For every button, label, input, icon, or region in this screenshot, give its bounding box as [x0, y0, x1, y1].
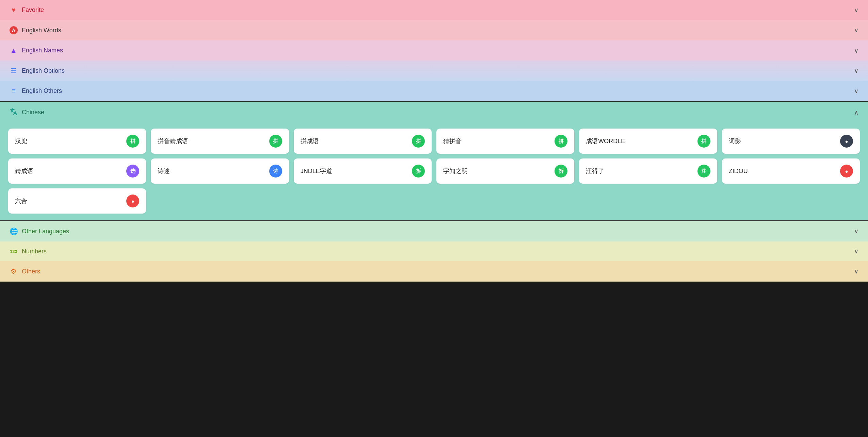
section-other-languages-header[interactable]: 🌐 Other Languages ∨ [0, 221, 868, 241]
game-name: 六合 [15, 197, 27, 205]
section-english-names-label: English Names [22, 47, 63, 54]
chevron-down-icon: ∨ [854, 268, 858, 275]
game-card[interactable]: 拼成语拼 [294, 129, 432, 154]
game-card[interactable]: 六合● [8, 188, 146, 214]
game-name: JNDLE字道 [301, 167, 332, 175]
gear-icon: ⚙ [10, 267, 18, 275]
section-favorite: ♥ Favorite ∨ [0, 0, 868, 20]
game-name: 拼音猜成语 [158, 137, 188, 145]
lines-icon: ☰ [10, 67, 18, 75]
game-badge: 注 [697, 165, 710, 178]
game-badge: 诗 [269, 165, 282, 178]
section-english-others-label: English Others [22, 87, 62, 95]
chevron-down-icon: ∨ [854, 248, 858, 255]
game-badge: ● [840, 135, 853, 148]
game-card[interactable]: 诗迷诗 [151, 158, 289, 184]
game-card[interactable]: 猜成语选 [8, 158, 146, 184]
section-chinese-label: Chinese [22, 109, 44, 116]
game-name: 诗迷 [158, 167, 170, 175]
game-card[interactable]: 词影● [722, 129, 860, 154]
game-badge: 拼 [554, 135, 567, 148]
game-name: ZIDOU [729, 168, 748, 175]
section-english-words-label: English Words [22, 27, 61, 34]
heart-icon: ♥ [10, 6, 18, 14]
game-card[interactable]: 拼音猜成语拼 [151, 129, 289, 154]
game-name: 猜拼音 [443, 137, 462, 145]
chinese-games-grid: 汉兜拼拼音猜成语拼拼成语拼猜拼音拼成语WORDLE拼词影●猜成语选诗迷诗JNDL… [8, 129, 860, 214]
game-card[interactable]: 成语WORDLE拼 [579, 129, 717, 154]
section-numbers-label: Numbers [22, 248, 47, 255]
game-badge: 拼 [126, 135, 139, 148]
game-badge: 拼 [697, 135, 710, 148]
section-english-words-header[interactable]: A English Words ∨ [0, 20, 868, 40]
section-english-others-header[interactable]: ≡ English Others ∨ [0, 81, 868, 101]
chinese-games-grid-container: 汉兜拼拼音猜成语拼拼成语拼猜拼音拼成语WORDLE拼词影●猜成语选诗迷诗JNDL… [0, 123, 868, 220]
section-english-others: ≡ English Others ∨ [0, 81, 868, 101]
section-chinese: Chinese ∧ 汉兜拼拼音猜成语拼拼成语拼猜拼音拼成语WORDLE拼词影●猜… [0, 101, 868, 221]
chevron-up-icon: ∧ [854, 109, 858, 116]
section-others: ⚙ Others ∨ [0, 261, 868, 282]
chevron-down-icon: ∨ [854, 87, 858, 95]
globe-icon: 🌐 [10, 227, 18, 235]
app-container: ♥ Favorite ∨ A English Words ∨ ▲ English… [0, 0, 868, 282]
game-card[interactable]: 字知之明拆 [436, 158, 574, 184]
section-numbers: 123 Numbers ∨ [0, 241, 868, 261]
game-name: 成语WORDLE [586, 137, 625, 145]
game-card[interactable]: 猜拼音拼 [436, 129, 574, 154]
game-name: 汉兜 [15, 137, 27, 145]
game-badge: 拼 [412, 135, 425, 148]
game-name: 词影 [729, 137, 741, 145]
game-card[interactable]: JNDLE字道拆 [294, 158, 432, 184]
section-numbers-header[interactable]: 123 Numbers ∨ [0, 241, 868, 261]
lines2-icon: ≡ [10, 87, 18, 95]
section-english-names-header[interactable]: ▲ English Names ∨ [0, 40, 868, 61]
numbers-icon: 123 [10, 249, 18, 254]
section-english-options: ☰ English Options ∨ [0, 61, 868, 81]
game-name: 汪得了 [586, 167, 604, 175]
game-card[interactable]: ZIDOU● [722, 158, 860, 184]
section-other-languages: 🌐 Other Languages ∨ [0, 221, 868, 241]
section-english-options-header[interactable]: ☰ English Options ∨ [0, 61, 868, 81]
game-card[interactable]: 汪得了注 [579, 158, 717, 184]
mountain-icon: ▲ [10, 47, 18, 54]
game-name: 字知之明 [443, 167, 468, 175]
game-badge: ● [126, 195, 139, 207]
game-badge: 拆 [412, 165, 425, 178]
section-chinese-header[interactable]: Chinese ∧ [0, 102, 868, 123]
chevron-down-icon: ∨ [854, 6, 858, 14]
section-others-label: Others [22, 268, 40, 275]
game-name: 拼成语 [301, 137, 319, 145]
translate-icon [10, 108, 18, 117]
section-english-words: A English Words ∨ [0, 20, 868, 40]
game-badge: ● [840, 165, 853, 178]
section-other-languages-label: Other Languages [22, 228, 69, 235]
letter-a-icon: A [10, 26, 18, 34]
game-badge: 拼 [269, 135, 282, 148]
section-english-options-label: English Options [22, 67, 65, 74]
chevron-down-icon: ∨ [854, 27, 858, 34]
game-name: 猜成语 [15, 167, 33, 175]
chevron-down-icon: ∨ [854, 228, 858, 235]
chevron-down-icon: ∨ [854, 67, 858, 74]
chevron-down-icon: ∨ [854, 47, 858, 54]
game-card[interactable]: 汉兜拼 [8, 129, 146, 154]
game-badge: 拆 [554, 165, 567, 178]
section-favorite-label: Favorite [22, 6, 44, 14]
game-badge: 选 [126, 165, 139, 178]
section-others-header[interactable]: ⚙ Others ∨ [0, 261, 868, 282]
section-english-names: ▲ English Names ∨ [0, 40, 868, 61]
section-favorite-header[interactable]: ♥ Favorite ∨ [0, 0, 868, 20]
